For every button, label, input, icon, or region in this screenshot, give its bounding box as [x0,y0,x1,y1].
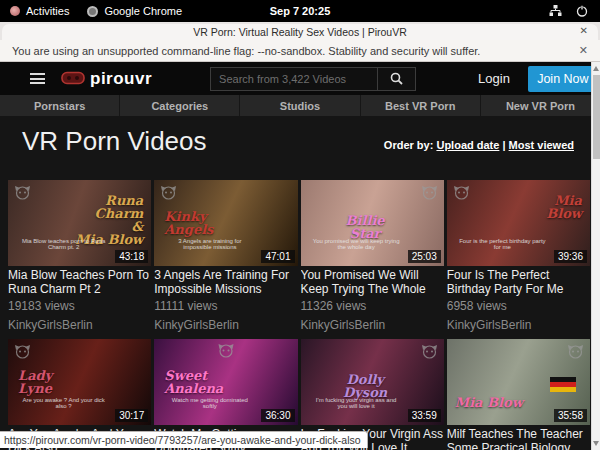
video-studio[interactable]: KinkyGirlsBerlin [154,318,297,332]
german-flag-icon [550,377,576,392]
page-title-row: VR Porn Videos Order by: Upload date | M… [0,126,584,157]
page-scrollbar[interactable] [591,62,600,450]
nav-item-studios[interactable]: Studios [240,95,360,116]
join-now-button[interactable]: Join Now [528,66,598,92]
video-title[interactable]: Four Is The Perfect Birthday Party For M… [447,268,590,296]
infobar-message: You are using an unsupported command-lin… [12,45,480,57]
search-button[interactable] [378,67,416,91]
thumb-overlay-name: Sweet Analena [164,369,223,395]
hamburger-menu-icon[interactable] [30,71,45,87]
duration-badge: 30:17 [115,409,148,422]
browser-tab-bar: VR Porn: Virtual Reality Sex Videos | Pi… [0,22,600,40]
thumb-caption: Are you awake ? And your dick also ? [18,397,109,409]
studio-logo-icon [421,185,438,200]
nav-item-new-vr-porn[interactable]: New VR Porn [481,95,600,116]
nav-item-categories[interactable]: Categories [120,95,240,116]
scrollbar-down-icon[interactable] [593,441,599,446]
browser-tab[interactable]: VR Porn: Virtual Reality Sex Videos | Pi… [2,24,598,40]
video-studio[interactable]: KinkyGirlsBerlin [8,318,151,332]
studio-logo-icon [14,185,31,200]
duration-badge: 39:36 [554,250,587,263]
video-card[interactable]: Kinky Angels 3 Angels are training for i… [154,180,297,332]
system-clock[interactable]: Sep 7 20:25 [0,5,600,17]
thumb-caption: You promised we will keep trying the who… [311,238,402,250]
order-by: Order by: Upload date | Most viewed [384,139,574,157]
order-link-upload-date[interactable]: Upload date [436,139,499,151]
power-icon[interactable] [576,5,588,17]
duration-badge: 47:01 [261,250,294,263]
video-thumbnail[interactable]: Lady Lyne Are you awake ? And your dick … [8,339,151,425]
video-title[interactable]: Milf Teaches The Teacher Some Practical … [447,427,590,450]
video-views: 11326 views [301,299,444,313]
thumb-caption: Four is the perfect birthday party for m… [457,238,548,250]
studio-logo-icon [14,344,31,359]
studio-logo-icon [421,344,438,359]
thumb-overlay-name: Billie Star [301,214,430,240]
status-url-bubble: https://pirouvr.com/vr-porn-video/779325… [0,431,368,448]
nav-item-best-vr-porn[interactable]: Best VR Porn [361,95,481,116]
site-header: pirouvr Login Join Now [0,62,600,95]
thumb-overlay-name: Kinky Angels [164,210,213,236]
screen: Activities Google Chrome Sep 7 20:25 [0,0,600,450]
video-thumbnail[interactable]: Billie Star You promised we will keep tr… [301,180,444,266]
studio-logo-icon [453,185,470,200]
infobar-close-icon[interactable]: ✕ [579,44,588,57]
video-views: 6958 views [447,299,590,313]
video-card[interactable]: Runa Charm & Mia Blow Mia Blow teaches p… [8,180,151,332]
scrollbar-thumb[interactable] [593,75,600,159]
thumb-caption: I'm fucking your virgin ass and you will… [311,397,402,409]
thumb-overlay-name: Lady Lyne [18,369,52,395]
page-title: VR Porn Videos [22,126,207,157]
duration-badge: 33:59 [408,409,441,422]
nav-item-pornstars[interactable]: Pornstars [0,95,120,116]
video-thumbnail[interactable]: Mia Blow 35:58 [447,339,590,425]
search-group [210,67,416,91]
thumb-caption: Mia Blow teaches porn to Runa Charm pt. … [18,238,109,250]
video-title[interactable]: 3 Angels Are Training For Impossible Mis… [154,268,297,296]
site-logo-text: pirouvr [90,69,152,89]
thumb-overlay-name: Mia Blow [546,194,582,220]
video-thumbnail[interactable]: Runa Charm & Mia Blow Mia Blow teaches p… [8,180,151,266]
order-by-label: Order by: [384,139,434,151]
thumb-overlay-name: Mia Blow [455,396,523,409]
order-link-most-viewed[interactable]: Most viewed [509,139,574,151]
studio-logo-icon [567,344,584,359]
studio-logo-icon [160,185,177,200]
thumb-caption: 3 Angels are training for impossible mis… [164,238,255,250]
video-grid: Runa Charm & Mia Blow Mia Blow teaches p… [8,180,590,450]
video-thumbnail[interactable]: Kinky Angels 3 Angels are training for i… [154,180,297,266]
duration-badge: 25:03 [408,250,441,263]
site-logo[interactable]: pirouvr [61,69,152,89]
login-link[interactable]: Login [478,71,510,86]
video-title[interactable]: You Promised We Will Keep Trying The Who… [301,268,444,296]
tab-title: VR Porn: Virtual Reality Sex Videos | Pi… [193,26,407,38]
video-views: 19183 views [8,299,151,313]
system-top-bar: Activities Google Chrome Sep 7 20:25 [0,0,600,22]
thumb-overlay-name: Dolly Dyson [301,373,430,399]
chrome-infobar: You are using an unsupported command-lin… [0,40,600,62]
video-title[interactable]: Mia Blow Teaches Porn To Runa Charm Pt 2 [8,268,151,296]
search-icon [390,72,403,85]
tab-close-icon[interactable]: ✕ [580,25,588,36]
thumb-caption: Watch me getting dominated softly [164,397,255,409]
video-views: 11111 views [154,299,297,313]
duration-badge: 43:18 [115,250,148,263]
video-card[interactable]: Mia Blow 35:58 Milf Teaches The Teacher … [447,339,590,450]
site-nav: Pornstars Categories Studios Best VR Por… [0,95,600,116]
duration-badge: 36:30 [261,409,294,422]
network-icon[interactable] [549,5,562,17]
video-card[interactable]: Billie Star You promised we will keep tr… [301,180,444,332]
video-thumbnail[interactable]: Sweet Analena Watch me getting dominated… [154,339,297,425]
video-studio[interactable]: KinkyGirlsBerlin [447,318,590,332]
scrollbar-up-icon[interactable] [593,66,599,71]
order-link-separator: | [502,139,505,151]
search-input[interactable] [210,67,378,91]
video-studio[interactable]: KinkyGirlsBerlin [301,318,444,332]
video-thumbnail[interactable]: Mia Blow Four is the perfect birthday pa… [447,180,590,266]
duration-badge: 35:58 [554,409,587,422]
studio-logo-icon [217,343,234,358]
vr-headset-icon [61,71,85,86]
video-thumbnail[interactable]: Dolly Dyson I'm fucking your virgin ass … [301,339,444,425]
video-card[interactable]: Mia Blow Four is the perfect birthday pa… [447,180,590,332]
